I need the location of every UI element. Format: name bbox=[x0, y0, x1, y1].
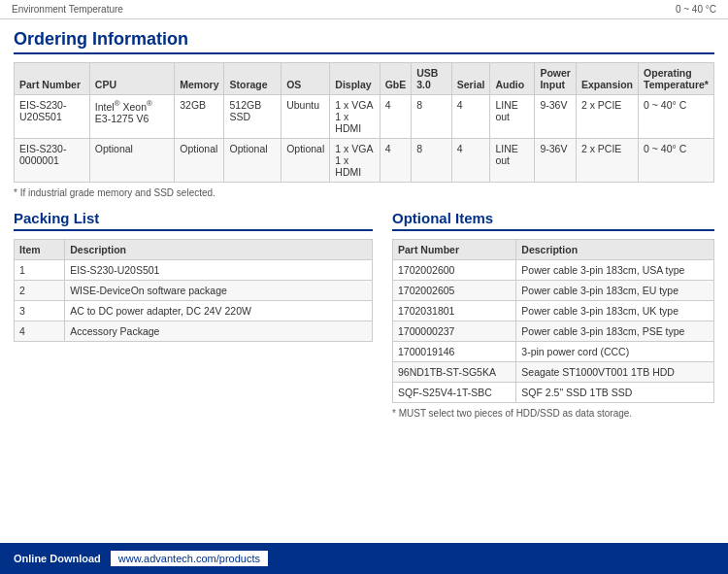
ordering-table-cell: 4 bbox=[380, 95, 412, 139]
optional-header-row: Part Number Description bbox=[393, 240, 714, 260]
optional-table-cell: Power cable 3-pin 183cm, UK type bbox=[516, 301, 714, 321]
col-memory: Memory bbox=[175, 63, 224, 95]
optional-table-cell: Power cable 3-pin 183cm, PSE type bbox=[516, 321, 714, 342]
optional-title: Optional Items bbox=[392, 210, 714, 231]
packing-table-cell: EIS-S230-U20S501 bbox=[65, 260, 373, 281]
optional-table-cell: 1702002605 bbox=[393, 281, 516, 301]
packing-table-row: 3AC to DC power adapter, DC 24V 220W bbox=[15, 301, 373, 321]
optional-table-cell: Power cable 3-pin 183cm, EU type bbox=[516, 281, 714, 301]
ordering-table-cell: EIS-S230-U20S501 bbox=[15, 95, 90, 139]
optional-table-cell: 3-pin power cord (CCC) bbox=[516, 342, 714, 362]
optional-table-cell: Power cable 3-pin 183cm, USA type bbox=[516, 260, 714, 281]
packing-table-cell: WISE-DeviceOn software package bbox=[65, 281, 373, 301]
ordering-table-cell: 2 x PCIE bbox=[576, 95, 638, 139]
col-operating-temp: OperatingTemperature* bbox=[639, 63, 714, 95]
ordering-table-cell: 4 bbox=[451, 95, 490, 139]
ordering-table-cell: 32GB bbox=[175, 95, 224, 139]
packing-table-row: 4Accessory Package bbox=[15, 321, 373, 342]
optional-table-row: 1702002605Power cable 3-pin 183cm, EU ty… bbox=[393, 281, 714, 301]
packing-title: Packing List bbox=[14, 210, 373, 231]
optional-table-row: 1700000237Power cable 3-pin 183cm, PSE t… bbox=[393, 321, 714, 342]
optional-col-description: Description bbox=[516, 240, 714, 260]
optional-table-cell: 96ND1TB-ST-SG5KA bbox=[393, 362, 516, 383]
footer-url: www.advantech.com/products bbox=[111, 551, 268, 566]
packing-table-cell: 1 bbox=[15, 260, 65, 281]
optional-section: Optional Items Part Number Description 1… bbox=[392, 210, 714, 428]
ordering-table-cell: 512GB SSD bbox=[224, 95, 281, 139]
ordering-table-cell: 8 bbox=[412, 95, 452, 139]
main-content: Ordering Information Part Number CPU Mem… bbox=[0, 19, 728, 487]
col-audio: Audio bbox=[490, 63, 535, 95]
packing-col-description: Description bbox=[65, 240, 373, 260]
packing-table-cell: Accessory Package bbox=[65, 321, 373, 342]
packing-section: Packing List Item Description 1EIS-S230-… bbox=[14, 210, 373, 428]
top-bar: Environment Temperature 0 ~ 40 °C bbox=[0, 0, 728, 19]
packing-table-cell: 4 bbox=[15, 321, 65, 342]
optional-table-row: 1702002600Power cable 3-pin 183cm, USA t… bbox=[393, 260, 714, 281]
ordering-table-cell: 9-36V bbox=[535, 95, 577, 139]
col-cpu: CPU bbox=[89, 63, 174, 95]
packing-table-row: 1EIS-S230-U20S501 bbox=[15, 260, 373, 281]
optional-table-row: SQF-S25V4-1T-SBCSQF 2.5" SSD 1TB SSD bbox=[393, 383, 714, 403]
optional-table: Part Number Description 1702002600Power … bbox=[392, 239, 714, 403]
ordering-table-cell: Optional bbox=[224, 139, 281, 183]
col-os: OS bbox=[281, 63, 330, 95]
ordering-table-cell: Optional bbox=[89, 139, 174, 183]
optional-table-cell: 1700019146 bbox=[393, 342, 516, 362]
col-power-input: PowerInput bbox=[535, 63, 577, 95]
ordering-table-cell: Intel® Xeon® E3-1275 V6 bbox=[89, 95, 174, 139]
packing-table-cell: AC to DC power adapter, DC 24V 220W bbox=[65, 301, 373, 321]
packing-col-item: Item bbox=[15, 240, 65, 260]
optional-table-cell: SQF 2.5" SSD 1TB SSD bbox=[516, 383, 714, 403]
ordering-table-cell: 1 x VGA1 x HDMI bbox=[330, 95, 380, 139]
optional-col-part-number: Part Number bbox=[393, 240, 516, 260]
footer-bar: Online Download www.advantech.com/produc… bbox=[0, 543, 728, 574]
optional-table-row: 17000191463-pin power cord (CCC) bbox=[393, 342, 714, 362]
ordering-table-header-row: Part Number CPU Memory Storage OS Displa… bbox=[15, 63, 714, 95]
ordering-table-cell: Ubuntu bbox=[281, 95, 330, 139]
col-storage: Storage bbox=[224, 63, 281, 95]
ordering-table-cell: 9-36V bbox=[535, 139, 577, 183]
col-display: Display bbox=[330, 63, 380, 95]
optional-table-cell: 1700000237 bbox=[393, 321, 516, 342]
packing-table-row: 2WISE-DeviceOn software package bbox=[15, 281, 373, 301]
col-serial: Serial bbox=[451, 63, 490, 95]
packing-table: Item Description 1EIS-S230-U20S5012WISE-… bbox=[14, 239, 373, 342]
ordering-table-cell: Optional bbox=[175, 139, 224, 183]
ordering-table-cell: EIS-S230-0000001 bbox=[15, 139, 90, 183]
ordering-table-cell: 0 ~ 40° C bbox=[639, 95, 714, 139]
packing-header-row: Item Description bbox=[15, 240, 373, 260]
optional-note: * MUST select two pieces of HDD/SSD as d… bbox=[392, 408, 714, 419]
packing-table-cell: 3 bbox=[15, 301, 65, 321]
packing-table-cell: 2 bbox=[15, 281, 65, 301]
optional-table-row: 1702031801Power cable 3-pin 183cm, UK ty… bbox=[393, 301, 714, 321]
ordering-table-row: EIS-S230-0000001OptionalOptionalOptional… bbox=[15, 139, 714, 183]
col-usb30: USB 3.0 bbox=[412, 63, 452, 95]
ordering-note: * If industrial grade memory and SSD sel… bbox=[14, 187, 714, 198]
ordering-table-cell: 0 ~ 40° C bbox=[639, 139, 714, 183]
col-part-number: Part Number bbox=[15, 63, 90, 95]
ordering-table-row: EIS-S230-U20S501Intel® Xeon® E3-1275 V63… bbox=[15, 95, 714, 139]
ordering-table-cell: Optional bbox=[281, 139, 330, 183]
top-bar-right: 0 ~ 40 °C bbox=[676, 4, 716, 15]
col-expansion: Expansion bbox=[576, 63, 638, 95]
ordering-table-cell: 8 bbox=[412, 139, 452, 183]
two-column-section: Packing List Item Description 1EIS-S230-… bbox=[14, 210, 714, 428]
optional-table-row: 96ND1TB-ST-SG5KASeagate ST1000VT001 1TB … bbox=[393, 362, 714, 383]
optional-table-cell: 1702031801 bbox=[393, 301, 516, 321]
col-gbe: GbE bbox=[380, 63, 412, 95]
optional-table-cell: SQF-S25V4-1T-SBC bbox=[393, 383, 516, 403]
ordering-table-cell: LINE out bbox=[490, 95, 535, 139]
top-bar-left: Environment Temperature bbox=[12, 4, 123, 15]
footer-label: Online Download bbox=[14, 553, 101, 564]
ordering-table: Part Number CPU Memory Storage OS Displa… bbox=[14, 62, 714, 183]
ordering-table-cell: LINE out bbox=[490, 139, 535, 183]
ordering-table-cell: 2 x PCIE bbox=[576, 139, 638, 183]
ordering-table-cell: 4 bbox=[380, 139, 412, 183]
ordering-table-cell: 1 x VGA1 x HDMI bbox=[330, 139, 380, 183]
ordering-table-cell: 4 bbox=[451, 139, 490, 183]
optional-table-cell: 1702002600 bbox=[393, 260, 516, 281]
ordering-title: Ordering Information bbox=[14, 29, 714, 54]
optional-table-cell: Seagate ST1000VT001 1TB HDD bbox=[516, 362, 714, 383]
